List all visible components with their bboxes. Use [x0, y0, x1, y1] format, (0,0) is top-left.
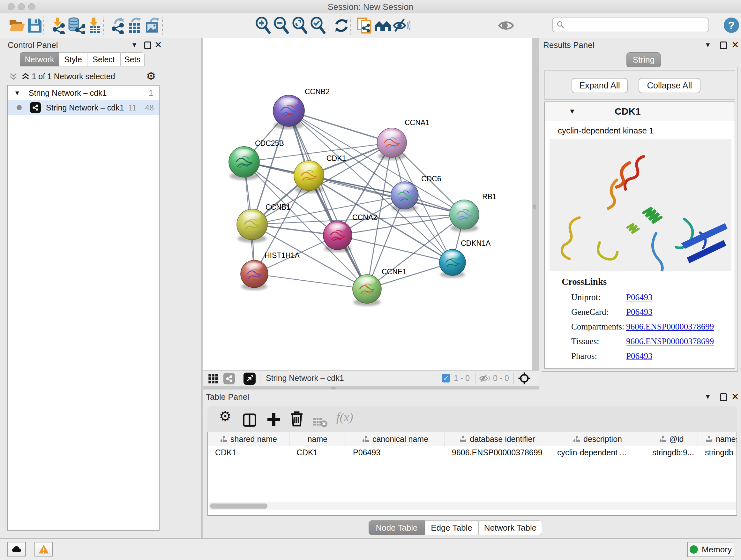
network-node-HIST1H1A[interactable]: HIST1H1A — [241, 251, 300, 290]
network-node-CDC6[interactable]: CDC6 — [391, 175, 441, 212]
selected-checkbox-icon[interactable]: ✓ — [442, 374, 450, 382]
detach-view-icon[interactable] — [244, 373, 256, 385]
vertical-splitter-handle[interactable] — [533, 204, 536, 209]
tab-node-table[interactable]: Node Table — [368, 520, 425, 535]
collapse-all-button[interactable]: Collapse All — [638, 78, 700, 93]
zoom-in-icon[interactable] — [255, 17, 271, 34]
help-icon[interactable]: ? — [724, 17, 739, 33]
column-header-sharedname[interactable]: shared name — [208, 432, 289, 446]
save-session-icon[interactable] — [27, 17, 43, 34]
table-row[interactable]: CDK1CDK1P064939606.ENSP00000378699cyclin… — [208, 446, 737, 458]
export-image-icon[interactable] — [144, 17, 161, 34]
new-network-from-selection-icon[interactable] — [356, 17, 373, 34]
results-tab-string[interactable]: String — [626, 52, 661, 68]
network-edge[interactable] — [289, 111, 392, 143]
zoom-out-icon[interactable] — [273, 17, 289, 34]
network-edge[interactable] — [254, 274, 367, 289]
tab-sets[interactable]: Sets — [120, 52, 145, 66]
network-tree-root-row[interactable]: ▼ String Network – cdk1 1 — [8, 85, 159, 100]
table-panel-menu-caret-icon[interactable]: ▾ — [706, 392, 710, 401]
control-panel-menu-caret-icon[interactable]: ▾ — [132, 40, 136, 49]
export-network-icon[interactable] — [110, 17, 126, 34]
grid-view-icon[interactable] — [208, 374, 218, 384]
network-node-RB1[interactable]: RB1 — [450, 192, 496, 232]
show-hide-panels-eye-icon[interactable] — [498, 17, 515, 34]
table-panel-float-icon[interactable] — [720, 393, 727, 401]
network-view-canvas[interactable]: CCNB2CCNA1CDC25BCDK1CDC6RB1CCNB1CCNA2CDK… — [203, 38, 532, 370]
network-options-gear-icon[interactable]: ⚙ — [146, 70, 156, 82]
results-panel-float-icon[interactable] — [720, 42, 727, 49]
crosslink-link[interactable]: 9606.ENSP00000378699 — [626, 322, 714, 332]
tab-select[interactable]: Select — [87, 52, 120, 66]
crosslink-link[interactable]: 9606.ENSP00000378699 — [626, 336, 714, 347]
memory-button[interactable]: Memory — [687, 542, 734, 557]
node-label: CCNB1 — [266, 203, 290, 211]
delete-column-icon[interactable] — [290, 411, 304, 427]
zoom-selected-icon[interactable] — [310, 17, 326, 34]
node-label: CDKN1A — [461, 239, 491, 247]
scrollbar-thumb[interactable] — [210, 503, 267, 509]
cloud-button[interactable] — [7, 542, 26, 557]
expand-collapse-box: Expand All Collapse All — [544, 70, 735, 100]
network-tree-child-row[interactable]: String Network – cdk1 11 48 — [8, 100, 159, 115]
network-node-CDKN1A[interactable]: CDKN1A — [440, 239, 491, 278]
memory-label: Memory — [702, 545, 732, 555]
toolbar-separator — [162, 17, 163, 35]
table-options-gear-icon[interactable]: ⚙ — [219, 408, 231, 424]
warning-icon — [38, 544, 49, 554]
entry-collapse-caret-icon[interactable]: ▼ — [569, 107, 576, 116]
column-header-databaseidentifier[interactable]: database identifier — [445, 432, 550, 446]
table-cell[interactable]: stringdb:9... — [645, 446, 698, 458]
import-table-icon[interactable] — [87, 17, 103, 34]
column-header-canonicalname[interactable]: canonical name — [346, 432, 445, 446]
search-input[interactable] — [565, 20, 700, 30]
node-label: CCNB2 — [305, 87, 330, 96]
tab-style[interactable]: Style — [59, 52, 87, 66]
table-panel-close-icon[interactable]: ✕ — [731, 391, 739, 402]
control-panel-close-icon[interactable]: ✕ — [154, 40, 162, 50]
first-neighbors-icon[interactable] — [374, 17, 392, 34]
import-network-from-database-icon[interactable] — [67, 17, 85, 34]
hidden-eye-slash-icon — [479, 374, 490, 383]
control-panel-float-icon[interactable] — [144, 42, 151, 49]
horizontal-splitter-handle[interactable] — [331, 387, 336, 389]
column-header-namespace[interactable]: namespace — [698, 432, 737, 446]
refresh-icon[interactable] — [334, 17, 349, 34]
network-list-view-icon[interactable] — [223, 373, 235, 384]
create-column-icon[interactable] — [266, 411, 281, 428]
network-edge[interactable] — [338, 235, 453, 262]
table-cell[interactable]: stringdb — [698, 446, 737, 458]
table-cell[interactable]: cyclin-dependent ... — [550, 446, 645, 458]
network-node-CDC25B[interactable]: CDC25B — [229, 139, 284, 180]
table-horizontal-scrollbar[interactable] — [209, 502, 736, 510]
results-panel-menu-caret-icon[interactable]: ▾ — [706, 40, 710, 49]
crosslink-link[interactable]: P06493 — [626, 293, 653, 302]
open-session-icon[interactable] — [8, 17, 26, 34]
crosslink-link[interactable]: P06493 — [626, 307, 653, 317]
table-cell[interactable]: CDK1 — [289, 446, 346, 458]
export-table-icon[interactable] — [126, 17, 143, 34]
column-header-name[interactable]: name — [289, 432, 346, 446]
show-columns-icon[interactable] — [243, 412, 257, 428]
tree-expand-caret-icon[interactable]: ▼ — [14, 89, 20, 97]
hide-selected-icon[interactable] — [393, 17, 410, 34]
table-cell[interactable]: CDK1 — [208, 446, 289, 458]
network-node-CCNE1[interactable]: CCNE1 — [353, 267, 407, 306]
tab-network-table[interactable]: Network Table — [478, 520, 542, 535]
results-panel-close-icon[interactable]: ✕ — [731, 40, 739, 50]
tab-network[interactable]: Network — [20, 52, 59, 66]
node-entry-header[interactable]: ▼ CDK1 — [545, 102, 735, 121]
network-edge[interactable] — [289, 111, 367, 289]
crosslink-link[interactable]: P06493 — [626, 351, 653, 361]
birdseye-crosshair-icon[interactable] — [518, 372, 531, 385]
table-cell[interactable]: 9606.ENSP00000378699 — [445, 446, 550, 458]
zoom-fit-icon[interactable] — [292, 17, 308, 34]
warnings-button[interactable] — [35, 542, 53, 557]
crosslink-label: Compartments: — [571, 322, 626, 332]
column-header-description[interactable]: description — [550, 432, 645, 446]
tab-edge-table[interactable]: Edge Table — [425, 520, 478, 535]
column-header-id[interactable]: @id — [645, 432, 698, 446]
import-network-icon[interactable] — [51, 17, 66, 34]
expand-all-button[interactable]: Expand All — [571, 78, 628, 93]
table-cell[interactable]: P06493 — [346, 446, 445, 458]
